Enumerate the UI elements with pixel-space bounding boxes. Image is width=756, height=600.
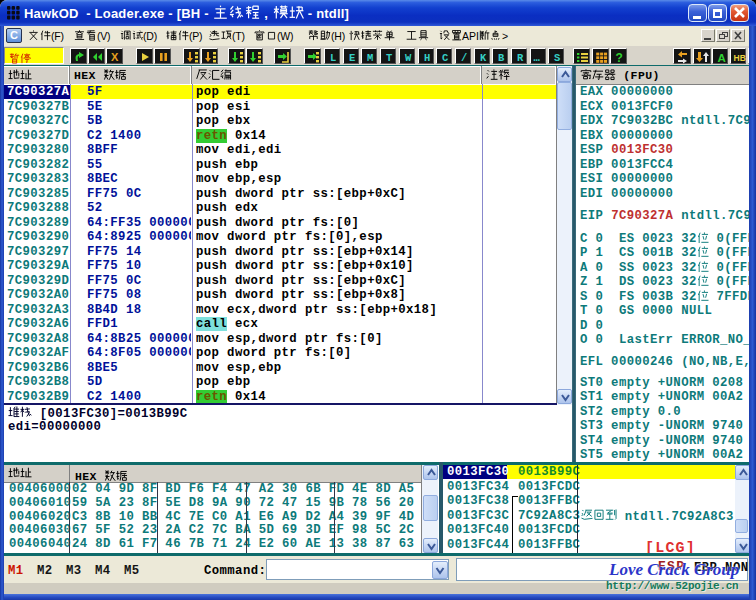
svg-text:H: H — [424, 52, 430, 64]
svg-text:HB: HB — [734, 53, 746, 63]
svg-text:E: E — [349, 52, 355, 64]
svg-text:A: A — [718, 52, 726, 64]
svg-text:R: R — [517, 52, 524, 64]
svg-text:X: X — [111, 51, 119, 63]
svg-text:M: M — [367, 52, 373, 64]
svg-text:B: B — [498, 52, 505, 64]
svg-text:C: C — [442, 52, 449, 64]
svg-text:?: ? — [616, 51, 623, 65]
svg-text:W: W — [405, 52, 412, 64]
svg-text:S: S — [554, 52, 560, 64]
svg-text:K: K — [480, 52, 487, 64]
svg-text:L: L — [330, 52, 336, 64]
svg-text:/: / — [461, 52, 467, 64]
svg-text:T: T — [386, 52, 392, 64]
svg-text:…: … — [533, 52, 540, 64]
